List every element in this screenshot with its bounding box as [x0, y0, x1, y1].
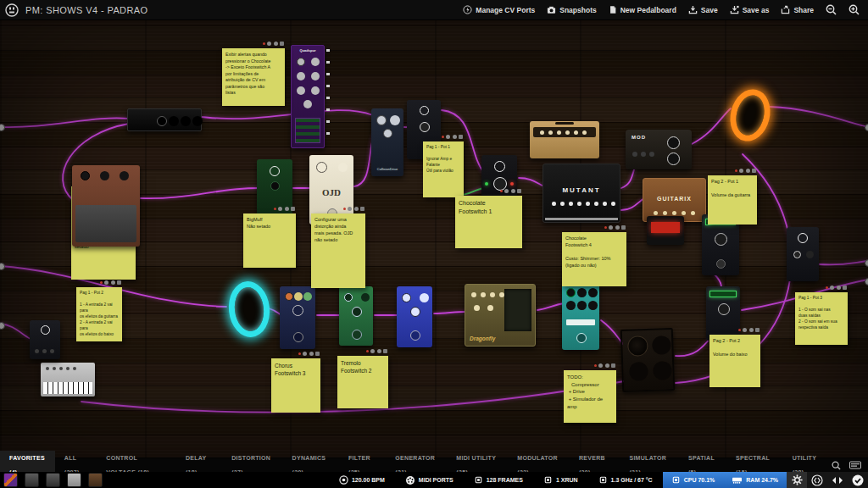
- favorite-plugin-thumb[interactable]: [3, 473, 18, 487]
- knob[interactable]: [376, 115, 387, 125]
- knob[interactable]: [540, 130, 544, 135]
- knob[interactable]: [410, 307, 420, 317]
- knob[interactable]: [402, 293, 411, 302]
- favorite-plugin-thumb[interactable]: [25, 473, 39, 487]
- ram-usage-badge[interactable]: RAM 24.7%: [723, 472, 787, 488]
- knob[interactable]: [667, 136, 680, 149]
- settings-button[interactable]: [787, 472, 807, 488]
- midi-keyboard[interactable]: [41, 363, 95, 396]
- sticky-note[interactable]: Pag 2 - Pot 1 Volume da guitarra: [708, 175, 757, 225]
- favorite-plugin-thumb[interactable]: [88, 473, 103, 487]
- footswitch[interactable]: [293, 332, 303, 342]
- amp-head-supersonic[interactable]: [530, 121, 599, 158]
- sticky-note[interactable]: Tremolo Footswitch 2: [337, 356, 388, 408]
- button[interactable]: [632, 152, 637, 157]
- knob[interactable]: [383, 129, 392, 138]
- knob[interactable]: [316, 162, 327, 173]
- sticky-note[interactable]: Chocolate Footswitch 4 Custo: Shimmer: 1…: [562, 232, 626, 286]
- pedal-cv-controller[interactable]: Quadspur: [291, 45, 325, 148]
- sticky-note[interactable]: Pag 1 - Pot 3 1 - O som sai nas duas saí…: [795, 292, 848, 345]
- footswitch[interactable]: [75, 205, 136, 242]
- device-red-display[interactable]: [647, 216, 684, 245]
- footswitch[interactable]: [716, 259, 726, 269]
- pedal-small-left[interactable]: [30, 320, 60, 359]
- zoom-in-icon[interactable]: [849, 4, 860, 15]
- sticky-note[interactable]: Exibir alertas quando pressionar o Choco…: [222, 48, 285, 106]
- knob[interactable]: [667, 152, 680, 165]
- sticky-note[interactable]: Pag 2 - Pot 2 Volume do baixo: [709, 335, 760, 387]
- pedalboard-canvas[interactable]: Quadspur setado BigMuff OJD CollisionDri…: [0, 20, 868, 458]
- knob[interactable]: [270, 181, 280, 191]
- pedal-distortion-brown[interactable]: [72, 165, 140, 247]
- library-search-icon[interactable]: [832, 461, 841, 470]
- button[interactable]: [46, 367, 49, 370]
- speaker: [627, 336, 648, 357]
- knob[interactable]: [344, 293, 353, 302]
- knob[interactable]: [285, 292, 293, 301]
- manage-cv-ports-button[interactable]: Manage CV Ports: [463, 5, 535, 14]
- knob[interactable]: [654, 211, 658, 215]
- sticky-note[interactable]: BigMuff Não setado: [243, 214, 296, 268]
- sticky-note[interactable]: Pag 1 - Pot 2 1 - A entrada 2 vai para o…: [76, 287, 122, 341]
- save-button[interactable]: Save: [688, 5, 718, 14]
- knob[interactable]: [793, 251, 801, 258]
- knob[interactable]: [566, 288, 576, 297]
- midi-ports-indicator[interactable]: MIDI PORTS: [395, 475, 464, 485]
- pedal-blue-reverb[interactable]: [397, 286, 432, 347]
- hardware-output-jack[interactable]: [865, 124, 868, 131]
- footswitch[interactable]: [410, 330, 420, 341]
- knob[interactable]: [718, 303, 730, 315]
- clock-temp-indicator[interactable]: 1.3 GHz / 67 °C: [588, 475, 663, 485]
- cpu-usage-badge[interactable]: CPU 70.1%: [663, 472, 724, 488]
- status-ok-button[interactable]: [848, 472, 868, 488]
- io-connections-button[interactable]: [827, 472, 848, 488]
- knob[interactable]: [81, 171, 90, 180]
- hardware-output-jack[interactable]: [865, 278, 868, 286]
- pedal-chorus[interactable]: [280, 286, 315, 349]
- favorite-plugins: [0, 473, 103, 487]
- favorite-plugin-thumb[interactable]: [46, 473, 60, 487]
- pedal-collisiondrive[interactable]: CollisionDrive: [371, 108, 403, 176]
- sticky-note[interactable]: Pag 1 - Pot 1 Ignorar Amp e Falante Útil…: [423, 141, 464, 197]
- save-as-button[interactable]: Save as: [730, 5, 770, 14]
- favorite-plugin-thumb[interactable]: [67, 473, 81, 487]
- button[interactable]: [35, 349, 39, 353]
- cv-output-ports[interactable]: [326, 49, 330, 144]
- knob[interactable]: [420, 122, 430, 132]
- footswitch[interactable]: [576, 333, 587, 343]
- keyboard-icon[interactable]: [849, 461, 861, 469]
- sticky-note[interactable]: Chorus Footswitch 3: [271, 358, 320, 413]
- pedal-green-display-2[interactable]: [706, 286, 740, 341]
- sticky-note[interactable]: TODO: Compressor + Drive + Simulador de …: [564, 370, 616, 423]
- knob[interactable]: [552, 202, 556, 206]
- pedal-audio-interface[interactable]: [127, 108, 202, 131]
- sticky-note[interactable]: Chocolate Footswitch 1: [455, 196, 522, 248]
- bpm-indicator[interactable]: 120.00 BPM: [329, 475, 395, 485]
- amp-head-mutant[interactable]: MUTANT: [542, 164, 620, 223]
- knob[interactable]: [474, 305, 480, 311]
- device-mod-duo-x[interactable]: MOD: [626, 130, 692, 169]
- mod-cloud-button[interactable]: [807, 472, 827, 488]
- new-pedalboard-button[interactable]: New Pedalboard: [609, 5, 676, 14]
- knob[interactable]: [352, 307, 362, 317]
- speaker-cabinet-4x12[interactable]: [620, 328, 676, 392]
- buffer-frames-indicator[interactable]: 128 FRAMES: [464, 475, 533, 485]
- snapshots-button[interactable]: Snapshots: [547, 5, 596, 14]
- piano-keys[interactable]: [43, 382, 92, 394]
- jack-port[interactable]: [157, 116, 167, 126]
- knob[interactable]: [297, 58, 305, 66]
- zoom-out-icon[interactable]: [826, 4, 837, 15]
- footswitch[interactable]: [352, 330, 362, 340]
- hardware-output-jack[interactable]: [865, 259, 868, 267]
- pedal-teal-shiro[interactable]: [562, 282, 599, 350]
- xrun-indicator[interactable]: 1 XRUN: [533, 475, 588, 485]
- share-button[interactable]: Share: [781, 5, 814, 14]
- sticky-note[interactable]: Configurar uma distorção ainda mais pesa…: [311, 214, 365, 288]
- knob[interactable]: [292, 305, 303, 316]
- pedal-mod-utility-right[interactable]: [787, 227, 819, 281]
- ram-icon: [732, 475, 743, 485]
- knob[interactable]: [471, 292, 476, 297]
- knob[interactable]: [715, 233, 727, 246]
- pedal-dragonfly-reverb[interactable]: Dragonfly: [465, 284, 536, 347]
- pedal-tremolo[interactable]: [339, 286, 373, 346]
